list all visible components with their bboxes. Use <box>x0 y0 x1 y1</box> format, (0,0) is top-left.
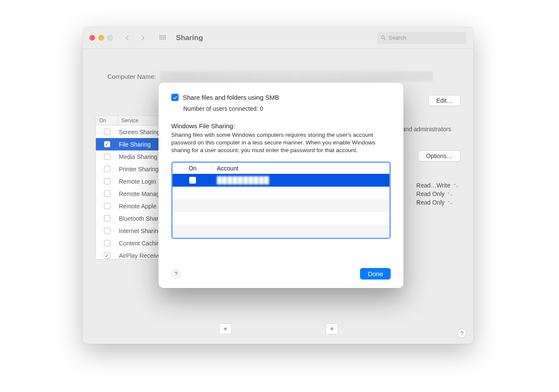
smb-options-sheet: Share files and folders using SMB Number… <box>158 83 403 288</box>
chevron-updown-icon: ⌃⌄ <box>447 200 452 205</box>
checkbox-icon[interactable] <box>104 153 110 160</box>
permission-selector[interactable]: Read Only⌃⌄ <box>416 199 458 206</box>
svg-point-4 <box>160 37 161 37</box>
sheet-help-button[interactable]: ? <box>171 269 181 279</box>
close-window-button[interactable] <box>89 35 95 40</box>
forward-button[interactable] <box>137 32 149 44</box>
svg-point-9 <box>161 38 162 39</box>
accounts-header: On Account <box>173 163 389 174</box>
search-icon <box>380 35 386 40</box>
account-row[interactable]: ██████████ <box>173 174 389 187</box>
zoom-window-button[interactable] <box>107 35 113 40</box>
smb-checkbox[interactable] <box>171 94 179 101</box>
account-row-empty <box>173 212 389 225</box>
svg-point-11 <box>165 38 166 39</box>
checkbox-icon[interactable] <box>104 240 110 246</box>
checkbox-icon[interactable] <box>104 252 110 259</box>
add-folder-button[interactable]: + <box>219 323 232 334</box>
window-traffic-lights <box>89 35 113 40</box>
done-button[interactable]: Done <box>360 268 391 280</box>
account-checkbox[interactable] <box>189 177 196 184</box>
accounts-header-on: On <box>173 165 213 172</box>
accounts-table: On Account ██████████ <box>171 161 391 239</box>
account-row-empty <box>173 225 389 238</box>
svg-point-0 <box>160 35 161 36</box>
options-button[interactable]: Options… <box>418 150 461 161</box>
svg-point-12 <box>381 36 384 39</box>
windows-file-sharing-description: Sharing files with some Windows computer… <box>171 131 391 155</box>
account-name: ██████████ <box>213 176 269 184</box>
checkbox-icon[interactable] <box>104 215 110 222</box>
search-input[interactable]: Search <box>377 32 467 44</box>
window-titlebar: Sharing Search <box>83 27 473 49</box>
add-user-button[interactable]: + <box>326 323 338 334</box>
computer-name-field[interactable] <box>160 71 433 81</box>
checkbox-icon[interactable] <box>104 129 110 135</box>
services-header-on: On <box>96 116 118 125</box>
chevron-updown-icon: ⌃⌄ <box>453 183 458 188</box>
svg-point-6 <box>163 37 164 37</box>
computer-name-label: Computer Name: <box>107 73 156 80</box>
help-button[interactable]: ? <box>457 329 467 338</box>
minimize-window-button[interactable] <box>98 35 104 40</box>
svg-point-7 <box>165 37 166 37</box>
edit-button[interactable]: Edit… <box>428 95 461 106</box>
accounts-header-account: Account <box>213 165 239 172</box>
chevron-updown-icon: ⌃⌄ <box>447 192 452 196</box>
permission-selector[interactable]: Read…Write⌃⌄ <box>416 182 458 189</box>
users-connected-text: Number of users connected: 0 <box>183 105 391 112</box>
account-row-empty <box>173 187 389 199</box>
svg-point-3 <box>165 35 166 36</box>
account-row-empty <box>173 199 389 212</box>
checkbox-icon[interactable] <box>104 190 110 197</box>
svg-line-13 <box>384 38 385 40</box>
svg-point-5 <box>161 37 162 37</box>
svg-point-1 <box>161 35 162 36</box>
checkbox-icon[interactable] <box>104 228 110 234</box>
show-all-icon[interactable] <box>156 32 168 44</box>
svg-point-8 <box>160 38 161 39</box>
smb-label: Share files and folders using SMB <box>183 94 279 101</box>
permission-selector[interactable]: Read Only⌃⌄ <box>416 190 458 197</box>
checkbox-icon[interactable] <box>104 178 110 184</box>
svg-point-10 <box>163 38 164 39</box>
search-placeholder: Search <box>389 35 406 41</box>
checkbox-icon[interactable] <box>104 203 110 209</box>
checkbox-icon[interactable] <box>104 141 110 147</box>
back-button[interactable] <box>121 32 133 44</box>
permissions-list: Read…Write⌃⌄ Read Only⌃⌄ Read Only⌃⌄ <box>416 182 458 206</box>
windows-file-sharing-title: Windows File Sharing: <box>171 122 391 130</box>
window-title: Sharing <box>176 34 203 42</box>
admin-text: and administrators <box>402 126 451 133</box>
checkbox-icon[interactable] <box>104 166 110 172</box>
svg-point-2 <box>163 35 164 36</box>
